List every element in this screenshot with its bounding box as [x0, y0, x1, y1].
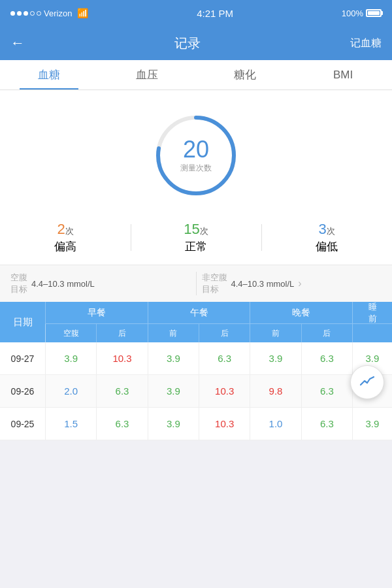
- th-fasting: 空腹: [46, 324, 97, 342]
- low-count: 3: [318, 221, 326, 237]
- th-before-lunch: 前: [148, 324, 199, 342]
- stat-low: 3次 偏低: [261, 221, 392, 254]
- th-lunch: 午餐: [148, 302, 251, 324]
- fasting-value: 4.4–10.3 mmol/L: [31, 279, 95, 289]
- dot5: [37, 11, 41, 16]
- dot2: [17, 11, 22, 16]
- cell-2-0: 1.5: [46, 408, 97, 440]
- page-title: 记录: [174, 35, 201, 52]
- wifi-icon: 📶: [77, 8, 88, 18]
- cell-0-1: 10.3: [97, 342, 148, 374]
- sleep-cell-1: [353, 375, 392, 407]
- status-time: 4:21 PM: [197, 8, 233, 19]
- th-sleep: 睡 前: [353, 302, 392, 324]
- th-breakfast: 早餐: [46, 302, 148, 324]
- date-cell: 09-25: [0, 408, 46, 440]
- table-row: 09-27 3.9 10.3 3.9 6.3 3.9 6.3 3.9: [0, 342, 392, 375]
- tab-blood-pressure[interactable]: 血压: [98, 60, 196, 90]
- cell-1-4: 9.8: [250, 375, 301, 407]
- target-divider: [196, 272, 197, 295]
- tab-bmi[interactable]: BMI: [294, 60, 392, 90]
- nonfasting-value: 4.4–10.3 mmol/L: [231, 279, 295, 289]
- date-cell: 09-27: [0, 342, 46, 374]
- cell-1-1: 6.3: [97, 375, 148, 407]
- th-after-lunch: 后: [199, 324, 250, 342]
- chevron-right-icon: ›: [298, 278, 301, 289]
- tab-glycated[interactable]: 糖化: [196, 60, 294, 90]
- stat-normal: 15次 正常: [131, 221, 261, 254]
- high-count: 2: [57, 221, 65, 237]
- dot3: [24, 11, 28, 16]
- dot4: [30, 11, 35, 16]
- table-header-row2: 空腹 后 前 后 前 后: [0, 324, 392, 342]
- status-right: 100%: [342, 8, 382, 18]
- content-area: 20 测量次数 2次 偏高 15次 正常 3次 偏低 空腹目标: [0, 90, 392, 440]
- date-cell: 09-26: [0, 375, 46, 407]
- status-left: Verizon 📶: [10, 8, 88, 18]
- measurement-circle: 20 测量次数: [150, 110, 242, 201]
- table-row: 09-25 1.5 6.3 3.9 10.3 1.0 6.3 3.9: [0, 408, 392, 440]
- tab-blood-sugar[interactable]: 血糖: [0, 60, 98, 90]
- measurement-label: 测量次数: [180, 163, 212, 174]
- cell-1-5: 6.3: [302, 375, 353, 407]
- cell-0-2: 3.9: [148, 342, 199, 374]
- tab-bar: 血糖 血压 糖化 BMI: [0, 60, 392, 90]
- chart-fab-button[interactable]: [350, 365, 384, 399]
- nav-bar: ← 记录 记血糖: [0, 26, 392, 60]
- low-label: 偏低: [261, 239, 392, 254]
- normal-label: 正常: [131, 239, 261, 254]
- target-row: 空腹目标 4.4–10.3 mmol/L 非空腹目标 4.4–10.3 mmol…: [0, 265, 392, 302]
- cell-1-2: 3.9: [148, 375, 199, 407]
- fasting-target: 空腹目标 4.4–10.3 mmol/L: [10, 272, 191, 295]
- data-table: 日期 早餐 午餐 晚餐 睡 前 空腹 后 前 后: [0, 302, 392, 440]
- cell-1-0: 2.0: [46, 375, 97, 407]
- cell-0-5: 6.3: [302, 342, 353, 374]
- cell-0-4: 3.9: [250, 342, 301, 374]
- th-lunch-subs: 前 后: [148, 324, 251, 342]
- normal-count: 15: [184, 221, 199, 237]
- table-header-row1: 日期 早餐 午餐 晚餐 睡 前: [0, 302, 392, 324]
- stats-row: 2次 偏高 15次 正常 3次 偏低: [0, 214, 392, 265]
- battery-icon: [366, 9, 382, 17]
- cell-2-5: 6.3: [302, 408, 353, 440]
- chart-icon: [359, 374, 375, 391]
- cell-2-4: 1.0: [250, 408, 301, 440]
- battery-label: 100%: [342, 8, 363, 18]
- cell-1-3: 10.3: [199, 375, 250, 407]
- low-unit: 次: [327, 226, 335, 236]
- stat-high: 2次 偏高: [0, 221, 131, 254]
- carrier-label: Verizon: [44, 8, 72, 18]
- high-label: 偏高: [0, 239, 131, 254]
- th-dinner: 晚餐: [250, 302, 353, 324]
- th-after-dinner: 后: [302, 324, 352, 342]
- th-breakfast-subs: 空腹 后: [46, 324, 148, 342]
- cell-2-1: 6.3: [97, 408, 148, 440]
- cell-0-3: 6.3: [199, 342, 250, 374]
- th-dinner-subs: 前 后: [250, 324, 353, 342]
- nonfasting-label: 非空腹目标: [202, 272, 227, 295]
- dot1: [10, 11, 15, 16]
- signal-dots: [10, 11, 41, 16]
- measurement-count: 20: [180, 138, 212, 161]
- circle-text: 20 测量次数: [180, 138, 212, 174]
- record-blood-sugar-button[interactable]: 记血糖: [350, 37, 382, 50]
- th-sleep-empty: [353, 324, 392, 342]
- fasting-label: 空腹目标: [10, 272, 27, 295]
- th-after-breakfast: 后: [97, 324, 147, 342]
- battery-fill: [368, 11, 380, 15]
- normal-unit: 次: [200, 226, 208, 236]
- th-before-dinner: 前: [250, 324, 301, 342]
- status-bar: Verizon 📶 4:21 PM 100%: [0, 0, 392, 26]
- cell-2-3: 10.3: [199, 408, 250, 440]
- cell-0-0: 3.9: [46, 342, 97, 374]
- sleep-cell-2: 3.9: [353, 408, 392, 440]
- high-unit: 次: [65, 226, 74, 236]
- cell-2-2: 3.9: [148, 408, 199, 440]
- back-button[interactable]: ←: [10, 35, 25, 52]
- nonfasting-target[interactable]: 非空腹目标 4.4–10.3 mmol/L ›: [202, 272, 382, 295]
- circle-section: 20 测量次数: [0, 90, 392, 214]
- th-date-empty: [0, 324, 46, 342]
- table-row: 09-26 2.0 6.3 3.9 10.3 9.8 6.3: [0, 375, 392, 408]
